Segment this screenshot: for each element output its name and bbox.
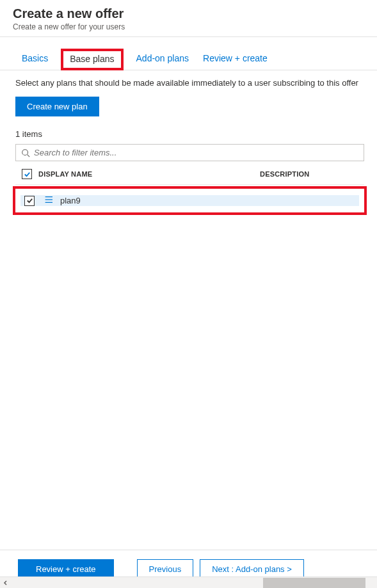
page-subtitle: Create a new offer for your users [13, 22, 364, 31]
create-new-plan-button[interactable]: Create new plan [15, 97, 99, 116]
horizontal-scrollbar[interactable] [0, 576, 377, 588]
item-count-label: 1 items [15, 129, 364, 139]
column-header-description[interactable]: DESCRIPTION [260, 170, 362, 178]
scroll-thumb[interactable] [263, 578, 365, 588]
tab-review-create[interactable]: Review + create [202, 49, 269, 70]
svg-point-0 [22, 149, 28, 155]
highlighted-row-wrapper: plan9 [13, 186, 367, 215]
table-row[interactable]: plan9 [20, 195, 359, 206]
content-description: Select any plans that should be made ava… [15, 78, 364, 88]
main-content: Select any plans that should be made ava… [0, 70, 377, 550]
scroll-left-arrow-icon[interactable] [0, 577, 12, 589]
column-header-display-name[interactable]: DISPLAY NAME [36, 170, 260, 178]
page-title: Create a new offer [13, 6, 364, 21]
row-checkbox[interactable] [24, 196, 35, 206]
search-box[interactable] [15, 144, 364, 161]
scroll-track[interactable] [12, 578, 377, 588]
plans-table: DISPLAY NAME DESCRIPTION [15, 164, 364, 215]
page-header: Create a new offer Create a new offer fo… [0, 0, 377, 37]
plan-icon [42, 195, 54, 206]
plan-name: plan9 [60, 196, 81, 205]
svg-line-1 [28, 154, 30, 157]
tab-bar: Basics Base plans Add-on plans Review + … [0, 37, 377, 70]
table-header-row: DISPLAY NAME DESCRIPTION [15, 164, 364, 185]
search-input[interactable] [34, 148, 358, 157]
tab-addon-plans[interactable]: Add-on plans [135, 49, 191, 70]
tab-base-plans[interactable]: Base plans [61, 49, 123, 70]
search-icon [21, 148, 30, 157]
select-all-checkbox[interactable] [22, 169, 32, 179]
tab-basics[interactable]: Basics [20, 49, 49, 70]
